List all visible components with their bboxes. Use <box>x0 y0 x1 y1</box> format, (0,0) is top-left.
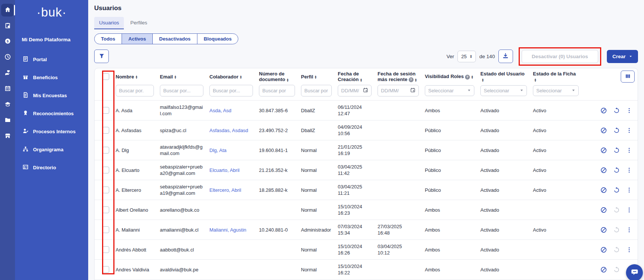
column-header-10[interactable]: Estado de la Ficha▲▼ <box>530 68 582 83</box>
sidebar-item-mis-encuestas[interactable]: Mis Encuestas <box>15 88 88 103</box>
row-checkbox[interactable] <box>102 167 109 173</box>
columns-config-button[interactable] <box>621 71 635 83</box>
sort-icon[interactable]: ▲▼ <box>174 75 177 79</box>
select-all-checkbox[interactable] <box>102 73 109 80</box>
tab-perfiles[interactable]: Perfiles <box>125 17 152 29</box>
sidebar-item-procesos-internos[interactable]: Procesos Internos <box>15 124 88 139</box>
sidebar-item-directorio[interactable]: Directorio <box>15 160 88 175</box>
sort-icon[interactable]: ▲▼ <box>360 78 363 82</box>
info-icon[interactable]: ? <box>465 75 470 80</box>
colaborador-link[interactable]: Asda, Asd <box>209 108 232 113</box>
sort-icon[interactable]: ▲▼ <box>286 78 289 82</box>
rail-item-home[interactable] <box>1 4 14 17</box>
column-header-3[interactable]: Colaborador▲▼ <box>206 68 256 83</box>
date-filter-6[interactable]: DD/MM/ <box>338 85 372 96</box>
deactivate-row-button[interactable] <box>600 206 607 213</box>
row-menu-button[interactable] <box>626 107 632 114</box>
row-menu-button[interactable] <box>626 147 632 154</box>
rail-item-hand-heart[interactable] <box>1 67 14 80</box>
deactivate-row-button[interactable] <box>600 226 607 233</box>
filter-input-4[interactable] <box>259 85 295 96</box>
date-filter-7[interactable]: DD/MM/ <box>378 85 419 96</box>
row-checkbox[interactable] <box>102 226 109 233</box>
filter-input-1[interactable] <box>116 85 154 96</box>
deactivate-row-button[interactable] <box>600 107 607 114</box>
filter-input-3[interactable] <box>209 85 253 96</box>
row-checkbox[interactable] <box>102 107 109 114</box>
sort-icon[interactable]: ▲▼ <box>534 78 537 82</box>
row-menu-button[interactable] <box>626 187 632 193</box>
row-checkbox[interactable] <box>102 266 109 273</box>
deactivate-row-button[interactable] <box>600 127 607 134</box>
resend-invite-button[interactable] <box>613 127 620 134</box>
column-header-5[interactable]: Perfil▲▼ <box>298 68 335 83</box>
deactivate-row-button[interactable] <box>600 266 607 273</box>
sort-icon[interactable]: ▲▼ <box>481 78 484 82</box>
segment-todos[interactable]: Todos <box>95 34 122 44</box>
row-checkbox[interactable] <box>102 206 109 213</box>
select-filter-9[interactable]: Seleccionar <box>480 85 527 96</box>
deactivate-row-button[interactable] <box>600 167 607 173</box>
sidebar-item-reconocimientos[interactable]: Reconocimientos <box>15 106 88 121</box>
rail-item-graduation-cap[interactable] <box>1 98 14 111</box>
select-filter-8[interactable]: Seleccionar <box>425 85 474 96</box>
row-menu-button[interactable] <box>626 167 632 173</box>
sort-icon[interactable]: ▲▼ <box>471 75 474 79</box>
sort-icon[interactable]: ▲▼ <box>239 75 242 79</box>
row-menu-button[interactable] <box>626 206 632 213</box>
select-filter-10[interactable]: Seleccionar <box>533 85 579 96</box>
sidebar-item-beneficios[interactable]: Beneficios <box>15 70 88 85</box>
rail-item-calendar-grid[interactable] <box>1 83 14 95</box>
sidebar-item-portal[interactable]: Portal <box>15 52 88 67</box>
segment-activos[interactable]: Activos <box>122 34 152 44</box>
resend-invite-button[interactable] <box>613 147 620 154</box>
resend-invite-button[interactable] <box>613 187 620 193</box>
page-size-select[interactable]: 25 ▲▼ <box>457 51 476 62</box>
sort-icon[interactable]: ▲▼ <box>415 78 417 82</box>
colaborador-link[interactable]: Elcuarto, Abril <box>209 167 239 173</box>
deactivate-row-button[interactable] <box>600 246 607 253</box>
deactivate-row-button[interactable] <box>600 187 607 193</box>
rail-item-dollar-circle[interactable]: $ <box>1 35 14 48</box>
colaborador-link[interactable]: Asfasdas, Asdasd <box>209 128 248 133</box>
colaborador-link[interactable]: Dlg, Ata <box>209 148 227 153</box>
chat-button[interactable] <box>626 264 643 280</box>
info-icon[interactable]: ? <box>409 77 414 82</box>
rail-item-storefront[interactable] <box>1 130 14 143</box>
sidebar-item-organigrama[interactable]: Organigrama <box>15 142 88 157</box>
sort-icon[interactable]: ▲▼ <box>135 75 138 79</box>
row-checkbox[interactable] <box>102 147 109 154</box>
column-header-4[interactable]: Número de documento▲▼ <box>256 68 298 83</box>
colaborador-link[interactable]: Malianni, Agustin <box>209 227 246 233</box>
row-checkbox[interactable] <box>102 187 109 193</box>
row-checkbox[interactable] <box>102 246 109 253</box>
column-header-6[interactable]: Fecha de Creación▲▼ <box>335 68 375 83</box>
deactivate-users-button[interactable]: Desactivar (0) Usuarios <box>522 50 598 63</box>
filter-input-2[interactable] <box>160 85 203 96</box>
row-menu-button[interactable] <box>626 127 632 134</box>
download-button[interactable] <box>498 50 513 63</box>
column-header-2[interactable]: Email▲▼ <box>157 68 206 83</box>
row-menu-button[interactable] <box>626 226 632 233</box>
rail-item-folder[interactable] <box>1 114 14 127</box>
segment-desactivados[interactable]: Desactivados <box>152 34 197 44</box>
colaborador-link[interactable]: Eltercero, Abril <box>209 187 241 193</box>
rail-item-clipboard-clock[interactable] <box>1 20 14 32</box>
column-header-8[interactable]: Visibilidad Roles?▲▼ <box>422 68 477 83</box>
resend-invite-button[interactable] <box>613 167 620 173</box>
tab-usuarios[interactable]: Usuarios <box>94 17 124 29</box>
resend-invite-button[interactable] <box>613 107 620 114</box>
column-header-9[interactable]: Estado del Usuario▲▼ <box>477 68 530 83</box>
segment-bloqueados[interactable]: Bloqueados <box>197 34 238 44</box>
column-header-7[interactable]: Fecha de sesión más reciente?▲▼ <box>375 68 422 83</box>
row-checkbox[interactable] <box>102 127 109 134</box>
filter-button[interactable] <box>94 50 109 63</box>
deactivate-row-button[interactable] <box>600 147 607 154</box>
create-button[interactable]: Crear <box>607 50 638 63</box>
row-menu-button[interactable] <box>626 246 632 253</box>
caret-down-icon <box>572 88 575 93</box>
rail-item-clock[interactable] <box>1 51 14 64</box>
sort-icon[interactable]: ▲▼ <box>314 75 317 79</box>
column-header-1[interactable]: Nombre▲▼ <box>113 68 157 83</box>
filter-input-5[interactable] <box>301 85 332 96</box>
